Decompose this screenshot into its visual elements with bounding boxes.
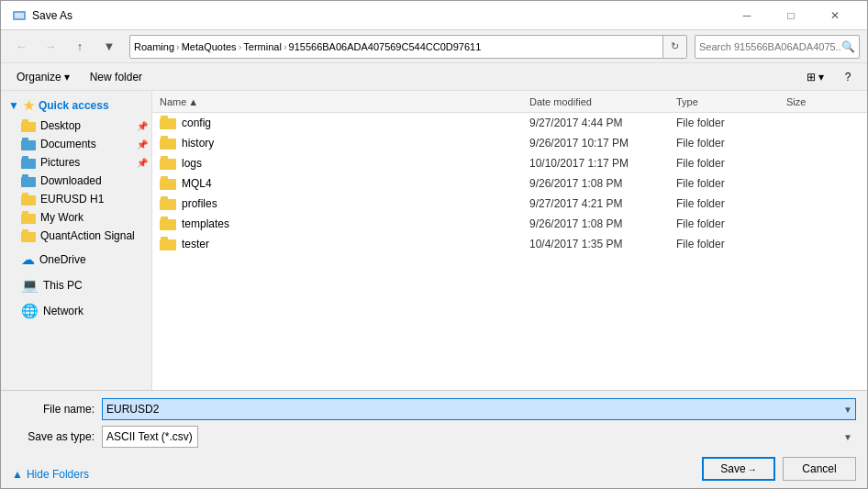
sidebar-item-downloaded[interactable]: Downloaded — [1, 172, 151, 190]
close-button[interactable]: ✕ — [814, 6, 856, 26]
organize-button[interactable]: Organize ▾ — [10, 68, 76, 86]
sidebar-item-eurusd-label: EURUSD H1 — [40, 193, 104, 206]
table-row[interactable]: tester 10/4/2017 1:35 PM File folder — [152, 234, 867, 254]
help-button[interactable]: ? — [838, 67, 858, 87]
filename-row: File name: ▼ — [12, 398, 856, 420]
thispc-icon: 💻 — [21, 277, 39, 294]
desktop-folder-icon — [21, 119, 36, 132]
file-date: 9/26/2017 10:17 PM — [529, 137, 676, 150]
onedrive-section: ☁ OneDrive — [1, 249, 151, 271]
file-list-area: Name ▲ Date modified Type Size config 9/… — [152, 91, 867, 390]
save-button[interactable]: Save → — [702, 457, 775, 481]
file-name: config — [182, 117, 211, 129]
bottom-buttons: Save → Cancel — [702, 457, 856, 481]
breadcrumb[interactable]: Roaming › MetaQuotes › Terminal › 915566… — [130, 41, 662, 52]
sidebar-item-network[interactable]: 🌐 Network — [1, 300, 151, 322]
cancel-button[interactable]: Cancel — [783, 457, 856, 481]
sort-indicator: ▲ — [188, 96, 198, 107]
sidebar-item-eurusd[interactable]: EURUSD H1 — [1, 190, 151, 208]
quick-access-arrow-icon: ▼ — [8, 99, 19, 112]
folder-icon — [160, 176, 176, 190]
file-date: 9/26/2017 1:08 PM — [529, 217, 676, 230]
table-row[interactable]: history 9/26/2017 10:17 PM File folder — [152, 133, 867, 153]
folder-icon — [160, 237, 176, 250]
new-folder-button[interactable]: New folder — [83, 68, 149, 86]
col-header-name[interactable]: Name ▲ — [160, 96, 529, 107]
sidebar-item-documents-label: Documents — [40, 138, 96, 150]
sidebar-item-onedrive[interactable]: ☁ OneDrive — [1, 249, 151, 271]
address-bar: Roaming › MetaQuotes › Terminal › 915566… — [129, 35, 687, 59]
filename-label: File name: — [12, 403, 95, 416]
eurusd-folder-icon — [21, 193, 36, 206]
recent-locations-button[interactable]: ▼ — [96, 35, 122, 59]
file-list-header: Name ▲ Date modified Type Size — [152, 91, 867, 113]
documents-folder-icon — [21, 138, 36, 150]
folder-icon — [160, 116, 176, 129]
hide-folders-button[interactable]: ▲ Hide Folders — [12, 468, 89, 481]
search-box[interactable]: 🔍 — [695, 35, 860, 59]
col-header-date[interactable]: Date modified — [529, 96, 676, 107]
crumb-roaming[interactable]: Roaming — [134, 41, 174, 52]
file-rows-container: config 9/27/2017 4:44 PM File folder his… — [152, 113, 867, 254]
quick-access-header[interactable]: ▼ ★ Quick access — [1, 94, 151, 117]
sidebar-item-desktop-label: Desktop — [40, 119, 81, 132]
folder-icon — [160, 196, 176, 210]
file-date: 9/26/2017 1:08 PM — [529, 177, 676, 190]
file-name: history — [182, 137, 214, 150]
filename-input[interactable] — [102, 398, 856, 420]
savetype-row: Save as type: ASCII Text (*.csv) ▼ — [12, 426, 856, 448]
sidebar-item-thispc-label: This PC — [43, 279, 83, 292]
sidebar-item-mywork-label: My Work — [40, 211, 83, 224]
downloaded-folder-icon — [21, 174, 36, 187]
table-row[interactable]: templates 9/26/2017 1:08 PM File folder — [152, 214, 867, 234]
file-date: 9/27/2017 4:44 PM — [529, 117, 676, 129]
up-button[interactable]: ↑ — [67, 35, 93, 59]
file-type: File folder — [676, 157, 786, 170]
refresh-button[interactable]: ↻ — [662, 36, 686, 58]
sidebar: ▼ ★ Quick access Desktop 📌 Documents 📌 P… — [1, 91, 152, 390]
file-date: 9/27/2017 4:21 PM — [529, 197, 676, 210]
sidebar-item-thispc[interactable]: 💻 This PC — [1, 274, 151, 296]
svg-rect-1 — [15, 13, 24, 18]
sidebar-item-pictures[interactable]: Pictures 📌 — [1, 153, 151, 172]
sidebar-item-mywork[interactable]: My Work — [1, 208, 151, 227]
dialog-title: Save As — [32, 9, 726, 22]
main-content: ▼ ★ Quick access Desktop 📌 Documents 📌 P… — [1, 91, 867, 390]
savetype-select[interactable]: ASCII Text (*.csv) — [102, 426, 198, 448]
table-row[interactable]: logs 10/10/2017 1:17 PM File folder — [152, 153, 867, 173]
minimize-button[interactable]: ─ — [726, 6, 768, 26]
file-name: logs — [182, 157, 202, 170]
sidebar-item-network-label: Network — [43, 305, 83, 317]
sidebar-item-documents[interactable]: Documents 📌 — [1, 135, 151, 153]
file-type: File folder — [676, 197, 786, 210]
crumb-terminal[interactable]: Terminal — [243, 41, 282, 52]
table-row[interactable]: MQL4 9/26/2017 1:08 PM File folder — [152, 173, 867, 194]
mywork-folder-icon — [21, 211, 36, 224]
pin-icon-pics: 📌 — [137, 158, 148, 168]
col-header-size[interactable]: Size — [786, 96, 860, 107]
back-button[interactable]: ← — [8, 35, 34, 59]
organize-arrow-icon: ▾ — [64, 71, 70, 83]
folder-icon — [160, 156, 176, 170]
file-name: templates — [182, 217, 229, 230]
sidebar-item-quantaction-label: QuantAction Signal — [40, 229, 135, 242]
search-input[interactable] — [699, 41, 841, 52]
table-row[interactable]: config 9/27/2017 4:44 PM File folder — [152, 113, 867, 133]
network-icon: 🌐 — [21, 303, 39, 319]
sidebar-item-quantaction[interactable]: QuantAction Signal — [1, 227, 151, 245]
crumb-metaquotes[interactable]: MetaQuotes — [182, 41, 237, 52]
crumb-guid[interactable]: 915566BA06ADA407569C544CC0D97611 — [289, 41, 482, 52]
file-type: File folder — [676, 238, 786, 250]
organize-label: Organize — [17, 71, 61, 83]
forward-button[interactable]: → — [38, 35, 63, 59]
sidebar-item-desktop[interactable]: Desktop 📌 — [1, 117, 151, 135]
col-header-type[interactable]: Type — [676, 96, 786, 107]
save-as-dialog: Save As ─ □ ✕ ← → ↑ ▼ Roaming › MetaQuot… — [0, 0, 868, 489]
hide-folders-label: Hide Folders — [27, 468, 89, 481]
pictures-folder-icon — [21, 156, 36, 169]
table-row[interactable]: profiles 9/27/2017 4:21 PM File folder — [152, 194, 867, 214]
hide-folders-arrow-icon: ▲ — [12, 468, 23, 481]
view-options-button[interactable]: ⊞ ▾ — [800, 68, 830, 86]
sidebar-item-downloaded-label: Downloaded — [40, 174, 102, 187]
maximize-button[interactable]: □ — [770, 6, 812, 26]
